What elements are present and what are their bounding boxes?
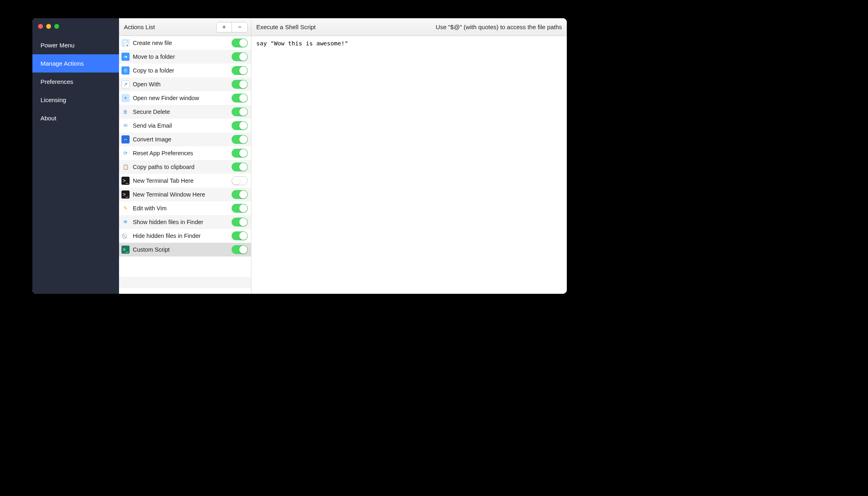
vim-icon: ✎ <box>121 204 130 212</box>
action-label: New Terminal Tab Here <box>133 177 228 184</box>
action-label: Secure Delete <box>133 109 228 115</box>
action-toggle[interactable] <box>232 80 248 89</box>
convert-icon: ↔ <box>121 135 130 143</box>
sidebar-item-preferences[interactable]: Preferences <box>32 73 119 91</box>
action-toggle[interactable] <box>232 107 248 116</box>
action-row[interactable]: >_New Terminal Window Here <box>119 188 251 201</box>
finder-icon: + <box>121 94 130 102</box>
action-label: Reset App Preferences <box>133 150 228 156</box>
action-row[interactable]: ✎Edit with Vim <box>119 201 251 215</box>
action-toggle[interactable] <box>232 245 248 254</box>
action-toggle[interactable] <box>232 231 248 240</box>
zoom-window-button[interactable] <box>54 24 59 29</box>
list-blank <box>119 288 251 294</box>
editor-hint: Use "$@" (with quotes) to access the fil… <box>436 24 562 30</box>
openwith-icon: ↗ <box>121 80 130 88</box>
action-label: Open With <box>133 81 228 88</box>
action-label: Copy to a folder <box>133 67 228 74</box>
action-row[interactable]: ↗Open With <box>119 77 251 91</box>
sidebar-item-power-menu[interactable]: Power Menu <box>32 36 119 54</box>
action-label: Send via Email <box>133 122 228 129</box>
actions-panel: Actions List + − 📄Create new file➜Move t… <box>119 18 251 294</box>
action-label: Open new Finder window <box>133 95 228 101</box>
action-toggle[interactable] <box>232 176 248 185</box>
action-row[interactable]: ➜Move to a folder <box>119 50 251 64</box>
sidebar-item-manage-actions[interactable]: Manage Actions <box>32 54 119 73</box>
action-label: Create new file <box>133 40 228 46</box>
action-label: Copy paths to clipboard <box>133 164 228 170</box>
action-row[interactable]: ⃠Hide hidden files in Finder <box>119 229 251 243</box>
action-label: Convert Image <box>133 136 228 143</box>
action-label: Show hidden files in Finder <box>133 219 228 225</box>
action-toggle[interactable] <box>232 38 248 47</box>
action-row[interactable]: 🗑Secure Delete <box>119 105 251 119</box>
term-icon: >_ <box>121 177 130 185</box>
action-row[interactable]: 👁Show hidden files in Finder <box>119 215 251 229</box>
remove-action-button[interactable]: − <box>232 22 247 32</box>
action-row[interactable]: 📄Create new file <box>119 36 251 50</box>
action-toggle[interactable] <box>232 94 248 103</box>
action-label: Hide hidden files in Finder <box>133 233 228 239</box>
script-editor[interactable]: say "Wow this is awesome!" <box>251 36 567 294</box>
action-toggle[interactable] <box>232 66 248 75</box>
action-row[interactable]: 📋Copy paths to clipboard <box>119 160 251 174</box>
app-window: Power MenuManage ActionsPreferencesLicen… <box>32 18 567 294</box>
action-toggle[interactable] <box>232 162 248 171</box>
editor-title: Execute a Shell Script <box>256 24 316 30</box>
reset-icon: ⟳ <box>121 149 130 157</box>
action-label: Edit with Vim <box>133 205 228 212</box>
actions-list[interactable]: 📄Create new file➜Move to a folder⎘Copy t… <box>119 36 251 294</box>
action-row[interactable]: ⎘Copy to a folder <box>119 64 251 77</box>
action-label: New Terminal Window Here <box>133 191 228 198</box>
action-toggle[interactable] <box>232 218 248 227</box>
email-icon: ✉ <box>121 122 130 130</box>
action-row[interactable]: ↔Convert Image <box>119 133 251 146</box>
editor-header: Execute a Shell Script Use "$@" (with qu… <box>251 18 567 36</box>
trash-icon: 🗑 <box>121 108 130 116</box>
copy-icon: ⎘ <box>121 66 130 75</box>
clipboard-icon: 📋 <box>121 163 130 171</box>
action-toggle[interactable] <box>232 52 248 61</box>
eyeoff-icon: ⃠ <box>121 232 130 240</box>
sidebar-item-about[interactable]: About <box>32 109 119 127</box>
term-icon: >_ <box>121 190 130 199</box>
move-icon: ➜ <box>121 53 130 61</box>
action-label: Move to a folder <box>133 53 228 60</box>
action-toggle[interactable] <box>232 135 248 144</box>
action-row[interactable]: ⟳Reset App Preferences <box>119 146 251 160</box>
action-toggle[interactable] <box>232 204 248 213</box>
action-row[interactable]: +Open new Finder window <box>119 91 251 105</box>
eye-icon: 👁 <box>121 218 130 226</box>
script-icon: >_ <box>121 246 130 254</box>
editor-panel: Execute a Shell Script Use "$@" (with qu… <box>251 18 567 294</box>
action-label: Custom Script <box>133 246 228 253</box>
action-row[interactable]: ✉Send via Email <box>119 119 251 133</box>
actions-header: Actions List + − <box>119 18 251 36</box>
sidebar-nav: Power MenuManage ActionsPreferencesLicen… <box>32 36 119 127</box>
window-controls <box>32 18 119 36</box>
minimize-window-button[interactable] <box>46 24 51 29</box>
sidebar-item-licensing[interactable]: Licensing <box>32 91 119 109</box>
add-remove-segment: + − <box>216 22 248 32</box>
sidebar: Power MenuManage ActionsPreferencesLicen… <box>32 18 119 294</box>
action-row[interactable]: >_New Terminal Tab Here <box>119 174 251 188</box>
action-row[interactable]: >_Custom Script <box>119 243 251 257</box>
close-window-button[interactable] <box>38 24 43 29</box>
action-toggle[interactable] <box>232 149 248 158</box>
action-toggle[interactable] <box>232 190 248 199</box>
actions-title: Actions List <box>124 24 155 30</box>
add-action-button[interactable]: + <box>217 22 232 32</box>
newfile-icon: 📄 <box>121 39 130 47</box>
list-blank <box>119 277 251 288</box>
action-toggle[interactable] <box>232 121 248 130</box>
list-blank <box>119 257 251 277</box>
